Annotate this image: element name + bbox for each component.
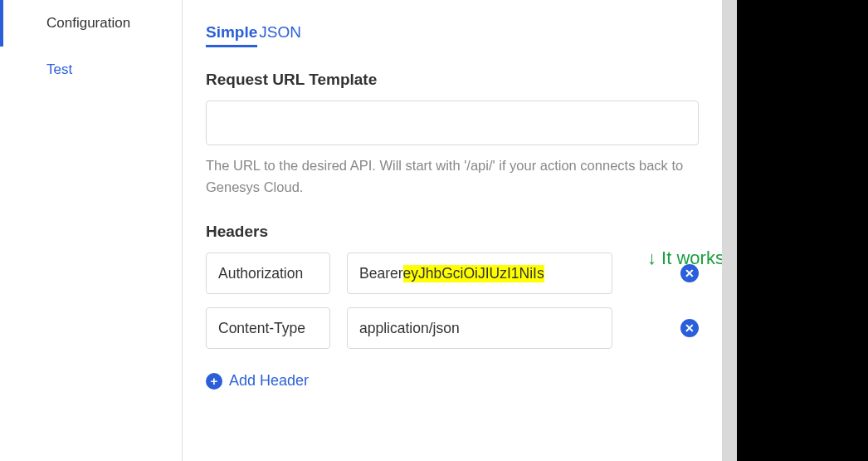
sidebar: Configuration Test [0,0,183,461]
header-key-input[interactable] [206,253,330,294]
plus-icon: + [206,373,222,390]
sidebar-item-configuration[interactable]: Configuration [0,0,182,47]
header-value-token: eyJhbGciOiJIUzI1NiIs [403,265,544,282]
header-row: Bearer eyJhbGciOiJIUzI1NiIs ✕ [206,253,699,294]
sidebar-item-label: Test [46,61,72,77]
content-panel: Simple JSON Request URL Template The URL… [183,0,722,461]
header-row: ✕ [206,307,699,349]
header-key-input[interactable] [206,307,330,349]
header-value-prefix: Bearer [359,265,403,282]
url-template-label: Request URL Template [206,71,699,89]
format-tabs: Simple JSON [206,23,699,47]
annotation-text: ↓ It works when paste here. [647,248,722,269]
remove-header-button[interactable]: ✕ [680,319,699,337]
tab-simple[interactable]: Simple [206,23,257,47]
header-value-input[interactable] [347,307,612,349]
sidebar-item-test[interactable]: Test [0,47,182,93]
add-header-button[interactable]: + Add Header [206,372,699,390]
header-value-input[interactable]: Bearer eyJhbGciOiJIUzI1NiIs [347,253,612,294]
close-icon: ✕ [685,321,695,335]
headers-label: Headers [206,223,699,241]
url-template-input[interactable] [206,101,699,145]
sidebar-item-label: Configuration [46,15,130,31]
tab-json[interactable]: JSON [259,23,301,47]
scrollbar-gutter[interactable] [722,0,737,461]
add-header-label: Add Header [229,372,309,390]
app-container: Configuration Test Simple JSON Request U… [0,0,737,461]
url-template-helper: The URL to the desired API. Will start w… [206,155,699,198]
